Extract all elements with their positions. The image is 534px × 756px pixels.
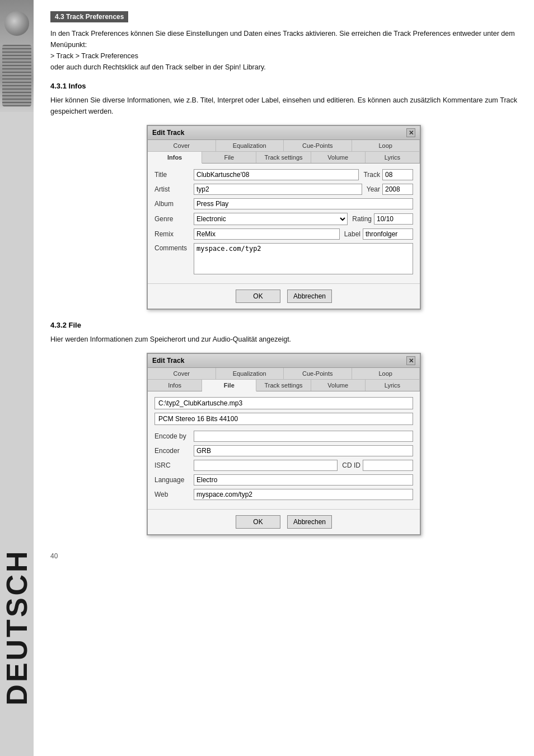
artist-row: Artist Year [154, 184, 413, 195]
dialog2-tab-loop[interactable]: Loop [352, 368, 420, 379]
comments-row: Comments myspace.com/typ2 [154, 243, 413, 274]
tab-file[interactable]: File [202, 152, 256, 163]
isrc-label: ISRC [154, 461, 194, 469]
genre-select-wrapper: Electronic [194, 213, 348, 225]
sidebar-decoration [0, 0, 34, 112]
encoder-row: Encoder [154, 445, 413, 456]
dialog2-title: Edit Track [152, 357, 184, 365]
album-input[interactable] [194, 198, 413, 209]
label-input[interactable] [363, 228, 413, 240]
dialog2-tab-file[interactable]: File [202, 380, 256, 391]
sidebar-deutsch-label: DEUTSCH [0, 549, 34, 705]
subsection1-title: 4.3.1 Infos [50, 82, 517, 90]
edit-track-dialog-1: Edit Track ✕ Cover Equalization Cue-Poin… [147, 125, 421, 310]
track-input[interactable] [382, 169, 413, 180]
page-number: 40 [50, 552, 517, 560]
subsection1-desc: Hier können Sie diverse Informationen, w… [50, 95, 517, 117]
genre-label: Genre [154, 215, 194, 223]
title-label: Title [154, 171, 194, 179]
tab-loop[interactable]: Loop [352, 140, 420, 151]
tab-lyrics[interactable]: Lyrics [366, 152, 420, 163]
section-intro: In den Track Preferences können Sie dies… [50, 28, 517, 73]
dialog1-title: Edit Track [152, 129, 184, 137]
encode-by-row: Encode by [154, 431, 413, 442]
label-label: Label [344, 230, 360, 238]
main-content: 4.3 Track Preferences In den Track Prefe… [34, 0, 534, 756]
cdid-label: CD ID [342, 461, 360, 469]
dialog2-tab-equalization[interactable]: Equalization [216, 368, 284, 379]
filepath-display: C:\typ2_ClubKartusche.mp3 [154, 397, 413, 409]
web-label: Web [154, 491, 194, 498]
isrc-input[interactable] [194, 460, 338, 471]
dialog2-tab-cue-points[interactable]: Cue-Points [284, 368, 352, 379]
dialog1-body: Title Track Artist Year Album [148, 164, 420, 283]
dialog2-tab-track-settings[interactable]: Track settings [256, 380, 311, 391]
artist-label: Artist [154, 185, 194, 193]
subsection2-desc: Hier werden Informationen zum Speicheror… [50, 334, 517, 345]
tab-infos[interactable]: Infos [148, 152, 202, 164]
dialog1-cancel-button[interactable]: Abbrechen [287, 290, 332, 303]
section-title-bar: 4.3 Track Preferences [50, 11, 128, 22]
tab-cover[interactable]: Cover [148, 140, 216, 151]
edit-track-dialog-2: Edit Track ✕ Cover Equalization Cue-Poin… [147, 353, 421, 535]
album-row: Album [154, 198, 413, 209]
dialog2-tab-infos[interactable]: Infos [148, 380, 202, 391]
rating-label: Rating [352, 215, 372, 223]
dialog1-footer: OK Abbrechen [148, 283, 420, 309]
dialog2-cancel-button[interactable]: Abbrechen [287, 515, 332, 529]
encode-by-label: Encode by [154, 432, 194, 440]
dialog2-close-button[interactable]: ✕ [406, 356, 415, 365]
web-input[interactable] [194, 489, 413, 500]
section-title: 4.3 Track Preferences [55, 13, 124, 21]
dialog2-body: C:\typ2_ClubKartusche.mp3 PCM Stereo 16 … [148, 391, 420, 509]
encoder-label: Encoder [154, 447, 194, 455]
cdid-input[interactable] [363, 460, 413, 471]
language-input[interactable] [194, 474, 413, 486]
tab-track-settings[interactable]: Track settings [256, 152, 311, 163]
dialog2-ok-button[interactable]: OK [236, 515, 280, 529]
dialog2-tab-volume[interactable]: Volume [311, 380, 366, 391]
genre-select[interactable]: Electronic [194, 213, 348, 225]
remix-input[interactable] [194, 228, 340, 240]
isrc-row: ISRC CD ID [154, 460, 413, 471]
dialog2-titlebar: Edit Track ✕ [148, 354, 420, 368]
encode-by-input[interactable] [194, 431, 413, 442]
tab-equalization[interactable]: Equalization [216, 140, 284, 151]
language-label: Language [154, 476, 194, 484]
web-row: Web [154, 489, 413, 500]
year-label: Year [367, 185, 380, 193]
comments-label: Comments [154, 243, 194, 252]
dialog1-close-button[interactable]: ✕ [406, 128, 415, 137]
rating-input[interactable] [374, 213, 413, 225]
subsection2-title: 4.3.2 File [50, 321, 517, 329]
dialog2-tab-lyrics[interactable]: Lyrics [366, 380, 420, 391]
tab-cue-points[interactable]: Cue-Points [284, 140, 352, 151]
dialog1-ok-button[interactable]: OK [236, 290, 280, 303]
language-row: Language [154, 474, 413, 486]
year-input[interactable] [382, 184, 413, 195]
album-label: Album [154, 200, 194, 208]
sidebar: DEUTSCH [0, 0, 34, 756]
dialog2-tab-cover[interactable]: Cover [148, 368, 216, 379]
audio-info-display: PCM Stereo 16 Bits 44100 [154, 413, 413, 425]
tab-volume[interactable]: Volume [311, 152, 366, 163]
remix-row: Remix Label [154, 228, 413, 240]
artist-input[interactable] [194, 184, 362, 195]
title-input[interactable] [194, 169, 359, 180]
genre-row: Genre Electronic Rating [154, 213, 413, 225]
dialog2-footer: OK Abbrechen [148, 509, 420, 534]
remix-label: Remix [154, 230, 194, 238]
dialog1-titlebar: Edit Track ✕ [148, 126, 420, 140]
track-label: Track [363, 171, 380, 179]
comments-textarea[interactable]: myspace.com/typ2 [194, 243, 413, 274]
encoder-input[interactable] [194, 445, 413, 456]
title-row: Title Track [154, 169, 413, 180]
